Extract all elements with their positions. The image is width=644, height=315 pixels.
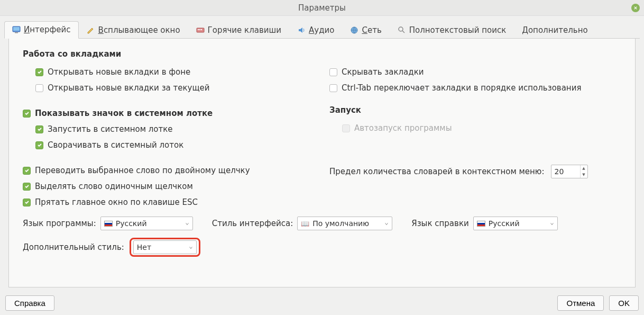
- check-start-tray-label: Запустить в системном лотке: [48, 124, 173, 134]
- section-tabs-work: Работа со вкладками: [23, 49, 319, 59]
- check-dbl-translate-label: Переводить выбранное слово по двойному щ…: [35, 166, 250, 175]
- flag-ru-icon: [104, 221, 113, 227]
- dict-limit-value[interactable]: 20: [551, 165, 580, 178]
- tab-fulltext[interactable]: Полнотекстовый поиск: [390, 21, 514, 39]
- help-button[interactable]: Справка: [5, 295, 54, 311]
- monitor-icon: [12, 25, 21, 34]
- window-title: Параметры: [298, 3, 346, 13]
- globe-icon: [350, 26, 358, 34]
- prog-lang-value: Русский: [116, 219, 147, 228]
- check-minimize-tray-row: Сворачивать в системный лоток: [23, 137, 319, 153]
- addon-style-combo[interactable]: Нет: [133, 240, 197, 254]
- help-lang-value: Русский: [489, 219, 520, 228]
- chevron-down-icon: [189, 243, 193, 251]
- style-combo[interactable]: 📖 По умолчанию: [297, 217, 392, 230]
- right-column: Скрывать закладки Ctrl-Tab переключает з…: [329, 49, 624, 210]
- svg-rect-6: [198, 29, 199, 30]
- pencil-icon: [87, 26, 95, 34]
- svg-rect-8: [201, 29, 202, 30]
- check-start-tray[interactable]: [35, 125, 43, 133]
- check-single-select[interactable]: [23, 183, 31, 191]
- highlight-annotation: Нет: [130, 238, 200, 257]
- cancel-button[interactable]: Отмена: [557, 295, 604, 311]
- check-open-bg[interactable]: [35, 68, 43, 76]
- combo-row-1: Язык программы: Русский Стиль интерфейса…: [23, 217, 624, 230]
- check-ctrl-tab[interactable]: [329, 84, 337, 92]
- check-show-tray[interactable]: [23, 110, 31, 118]
- check-ctrl-tab-row: Ctrl-Tab переключает закладки в порядке …: [329, 80, 624, 96]
- svg-line-11: [402, 31, 404, 33]
- spinner-down[interactable]: ▼: [581, 172, 587, 178]
- style-value: По умолчанию: [312, 219, 369, 228]
- check-single-select-row: Выделять слово одиночным щелчком: [23, 178, 319, 194]
- left-column: Работа со вкладками Открывать новые вкла…: [23, 49, 319, 210]
- check-open-after-label: Открывать новые вкладки за текущей: [48, 83, 210, 93]
- tabs-container: ИИнтерфейснтерфейс Всплывающее окно Горя…: [0, 16, 644, 287]
- check-minimize-tray-label: Сворачивать в системный лоток: [48, 140, 183, 150]
- tab-network[interactable]: Сеть: [342, 21, 389, 39]
- check-single-select-label: Выделять слово одиночным щелчком: [35, 182, 193, 191]
- chevron-down-icon: [185, 219, 189, 228]
- check-hide-esc-row: Прятать главное окно по клавише ESC: [23, 194, 319, 210]
- search-icon: [398, 26, 406, 34]
- tab-popup[interactable]: Всплывающее окно: [79, 21, 188, 39]
- check-open-bg-row: Открывать новые вкладки в фоне: [23, 64, 319, 80]
- svg-rect-7: [199, 29, 200, 30]
- addon-style-label: Дополнительный стиль:: [23, 242, 124, 252]
- flag-ru-icon: [477, 221, 485, 227]
- dialog-footer: Справка Отмена OK: [5, 295, 639, 311]
- check-autostart: [342, 124, 350, 132]
- check-hide-bookmarks-row: Скрывать закладки: [329, 64, 624, 80]
- check-autostart-row: Автозапуск программы: [329, 120, 624, 136]
- tab-content: Работа со вкладками Открывать новые вкла…: [8, 39, 636, 287]
- check-ctrl-tab-label: Ctrl-Tab переключает закладки в порядке …: [342, 83, 581, 93]
- prog-lang-combo[interactable]: Русский: [100, 217, 193, 230]
- spinner-up[interactable]: ▲: [581, 165, 587, 172]
- svg-point-10: [399, 27, 403, 31]
- dict-limit-row: Предел количества словарей в контекстном…: [329, 161, 624, 182]
- svg-rect-3: [13, 27, 20, 31]
- addon-style-value: Нет: [137, 243, 151, 251]
- chevron-down-icon: [550, 219, 554, 228]
- check-hide-bookmarks-label: Скрывать закладки: [342, 67, 424, 77]
- tab-advanced[interactable]: Дополнительно: [514, 21, 595, 39]
- chevron-down-icon: [384, 219, 389, 228]
- check-autostart-label: Автозапуск программы: [354, 123, 452, 133]
- help-lang-combo[interactable]: Русский: [473, 217, 558, 230]
- ok-button[interactable]: OK: [609, 295, 639, 311]
- check-show-tray-label: Показывать значок в системном лотке: [35, 109, 213, 118]
- dict-limit-spinner[interactable]: 20 ▲ ▼: [551, 165, 588, 178]
- check-hide-bookmarks[interactable]: [329, 68, 337, 76]
- check-dbl-translate[interactable]: [23, 167, 31, 175]
- check-dbl-translate-row: Переводить выбранное слово по двойному щ…: [23, 163, 319, 178]
- titlebar: Параметры: [0, 0, 644, 16]
- check-open-after[interactable]: [35, 84, 43, 92]
- prog-lang-label: Язык программы:: [23, 219, 96, 228]
- tabs: ИИнтерфейснтерфейс Всплывающее окно Горя…: [4, 21, 640, 39]
- combo-row-2: Дополнительный стиль: Нет: [23, 238, 624, 257]
- tab-audio[interactable]: Аудио: [289, 21, 342, 39]
- check-start-tray-row: Запустить в системном лотке: [23, 121, 319, 137]
- check-open-after-row: Открывать новые вкладки за текущей: [23, 80, 319, 96]
- style-label: Стиль интерфейса:: [212, 219, 293, 228]
- check-open-bg-label: Открывать новые вкладки в фоне: [48, 67, 190, 77]
- book-icon: 📖: [301, 220, 309, 228]
- check-minimize-tray[interactable]: [35, 141, 43, 149]
- keyboard-icon: [196, 26, 205, 34]
- check-hide-esc-label: Прятать главное окно по клавише ESC: [35, 197, 198, 207]
- close-button[interactable]: [631, 4, 640, 12]
- dict-limit-label: Предел количества словарей в контекстном…: [329, 167, 545, 176]
- tab-interface[interactable]: ИИнтерфейснтерфейс: [4, 21, 79, 39]
- svg-rect-4: [15, 32, 18, 33]
- tab-hotkeys[interactable]: Горячие клавиши: [188, 21, 289, 39]
- check-show-tray-row: Показывать значок в системном лотке: [23, 105, 319, 121]
- help-lang-label: Язык справки: [411, 219, 469, 228]
- speaker-icon: [297, 26, 306, 34]
- check-hide-esc[interactable]: [23, 199, 31, 206]
- section-launch: Запуск: [329, 105, 624, 115]
